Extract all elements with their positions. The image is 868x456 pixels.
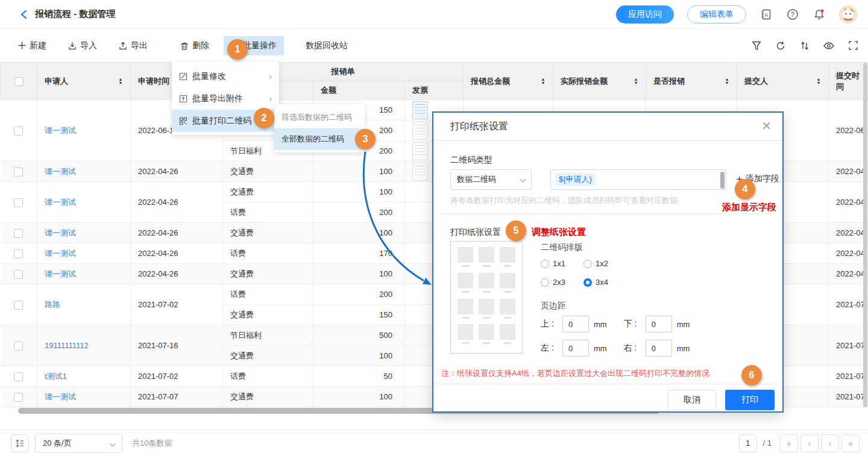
qr-placeholder bbox=[500, 299, 515, 314]
submenu-item-filtered-data-qrcode[interactable]: 筛选后数据的二维码 bbox=[274, 107, 365, 128]
row-checkbox[interactable] bbox=[14, 229, 23, 238]
layout-radio-1x2[interactable]: 1x2 bbox=[583, 259, 608, 268]
invoice-thumbnail[interactable] bbox=[412, 142, 428, 160]
sort-arrows-icon[interactable]: ▲▼ bbox=[816, 78, 820, 84]
margin-field-label: 左 : bbox=[541, 343, 562, 354]
row-checkbox[interactable] bbox=[14, 270, 23, 279]
qr-content-input[interactable]: ${申请人} bbox=[550, 169, 726, 190]
margin-unit-label: mm bbox=[677, 344, 690, 353]
new-button[interactable]: 新建 bbox=[14, 36, 50, 55]
applicant-cell: t测试1 bbox=[37, 366, 131, 387]
applicant-link[interactable]: 19111111112 bbox=[45, 341, 89, 350]
row-checkbox[interactable] bbox=[14, 198, 23, 207]
margin-value-input[interactable]: 0 bbox=[646, 316, 672, 333]
cancel-button[interactable]: 取消 bbox=[668, 390, 716, 410]
margin-value-input[interactable]: 0 bbox=[562, 316, 589, 333]
import-button[interactable]: 导入 bbox=[64, 36, 101, 55]
export-button[interactable]: 导出 bbox=[115, 36, 151, 55]
margin-value-input[interactable]: 0 bbox=[646, 340, 672, 357]
prev-page-button[interactable]: ‹ bbox=[800, 434, 819, 452]
divider bbox=[441, 213, 775, 214]
applicant-link[interactable]: 谭一测试 bbox=[45, 126, 76, 135]
last-page-button[interactable]: » bbox=[841, 434, 860, 452]
batch-operations-label: 批量操作 bbox=[243, 40, 277, 51]
help-icon[interactable]: ? bbox=[786, 8, 799, 21]
sort-arrows-icon[interactable]: ▲▼ bbox=[541, 78, 545, 84]
row-checkbox[interactable] bbox=[14, 342, 23, 351]
page-number-input[interactable]: 1 bbox=[739, 434, 757, 452]
new-button-label: 新建 bbox=[30, 40, 46, 51]
close-icon[interactable]: ✕ bbox=[761, 119, 772, 133]
print-button[interactable]: 打印 bbox=[725, 390, 775, 410]
qr-preview-cell: xxxxx bbox=[498, 324, 516, 348]
applicant-link[interactable]: 谭一测试 bbox=[45, 249, 76, 258]
layout-radio-3x4[interactable]: 3x4 bbox=[583, 278, 608, 287]
filter-icon[interactable] bbox=[751, 40, 762, 51]
sort-arrows-icon[interactable]: ▲▼ bbox=[725, 78, 729, 84]
sort-arrows-icon[interactable]: ▲▼ bbox=[118, 78, 122, 84]
select-all-checkbox[interactable] bbox=[14, 77, 24, 86]
app-access-button[interactable]: 应用访问 bbox=[616, 5, 674, 23]
first-page-button[interactable]: « bbox=[780, 434, 798, 452]
sort-icon[interactable] bbox=[799, 40, 810, 51]
submenu-chevron-icon: › bbox=[269, 72, 272, 81]
select-all-cell bbox=[1, 63, 37, 100]
submit-date-cell: 2021-07- bbox=[829, 366, 868, 387]
row-select-cell bbox=[1, 100, 37, 161]
vertical-scrollbar[interactable] bbox=[863, 63, 867, 407]
applicant-cell: 谭一测试 bbox=[37, 182, 131, 223]
edit-form-button[interactable]: 编辑表单 bbox=[687, 5, 746, 23]
row-height-icon[interactable] bbox=[11, 434, 29, 452]
recycle-bin-button[interactable]: 数据回收站 bbox=[302, 36, 351, 55]
menu-item-batch-edit[interactable]: 批量修改 › bbox=[172, 65, 279, 87]
applicant-cell: 谭一测试 bbox=[37, 223, 131, 243]
category-cell: 交通费 bbox=[223, 305, 313, 325]
submenu-item-all-data-qrcode[interactable]: 全部数据的二维码 bbox=[274, 128, 365, 150]
row-select-cell bbox=[1, 387, 37, 407]
page-total-text: / 1 bbox=[763, 439, 772, 448]
total-count-text: 共10条数据 bbox=[132, 438, 172, 449]
invoice-thumbnail[interactable] bbox=[412, 101, 428, 119]
manual-icon[interactable]: A bbox=[760, 8, 773, 21]
input-scrollbar[interactable] bbox=[720, 172, 725, 189]
back-icon[interactable] bbox=[18, 8, 30, 20]
notification-bell-icon[interactable] bbox=[813, 8, 826, 21]
fullscreen-icon[interactable] bbox=[848, 40, 858, 51]
invoice-thumbnail[interactable] bbox=[412, 163, 428, 181]
sort-arrows-icon[interactable]: ▲▼ bbox=[634, 78, 638, 84]
user-avatar[interactable] bbox=[839, 5, 857, 23]
menu-item-batch-export-attachments[interactable]: 批量导出附件 › bbox=[172, 87, 279, 110]
paper-section-label: 打印纸张设置 bbox=[450, 227, 501, 238]
page-size-select[interactable]: 20 条/页 bbox=[35, 434, 122, 453]
category-cell: 交通费 bbox=[223, 346, 313, 366]
submit-date-cell: 2022-04- bbox=[829, 182, 868, 223]
row-checkbox[interactable] bbox=[14, 372, 23, 381]
applicant-link[interactable]: 谭一测试 bbox=[45, 392, 76, 401]
layout-radio-1x1[interactable]: 1x1 bbox=[541, 259, 565, 268]
row-checkbox[interactable] bbox=[14, 301, 23, 310]
category-cell: 话费 bbox=[223, 243, 313, 264]
qr-preview-cell: xxxxx bbox=[457, 324, 474, 348]
refresh-icon[interactable] bbox=[775, 40, 786, 51]
applicant-link[interactable]: 路路 bbox=[45, 300, 60, 309]
delete-button[interactable]: 删除 bbox=[177, 36, 213, 55]
row-checkbox[interactable] bbox=[14, 126, 23, 136]
category-cell: 交通费 bbox=[223, 161, 313, 182]
applicant-link[interactable]: 谭一测试 bbox=[45, 198, 76, 207]
qr-placeholder bbox=[479, 299, 494, 314]
next-page-button[interactable]: › bbox=[821, 434, 839, 452]
row-checkbox[interactable] bbox=[14, 167, 23, 176]
margin-value-input[interactable]: 0 bbox=[562, 340, 589, 357]
layout-radio-2x3[interactable]: 2x3 bbox=[541, 278, 565, 287]
qr-type-select[interactable]: 数据二维码 bbox=[450, 169, 532, 190]
amount-cell: 100 bbox=[313, 223, 405, 243]
applicant-link[interactable]: 谭一测试 bbox=[45, 167, 76, 176]
row-checkbox[interactable] bbox=[14, 249, 23, 258]
applicant-link[interactable]: 谭一测试 bbox=[45, 269, 76, 278]
invoice-thumbnail[interactable] bbox=[412, 122, 428, 140]
applicant-link[interactable]: t测试1 bbox=[45, 372, 67, 381]
qrcode-submenu: 筛选后数据的二维码 全部数据的二维码 bbox=[274, 104, 365, 152]
visibility-eye-icon[interactable] bbox=[823, 40, 834, 51]
applicant-link[interactable]: 谭一测试 bbox=[45, 228, 76, 237]
row-checkbox[interactable] bbox=[14, 393, 23, 402]
